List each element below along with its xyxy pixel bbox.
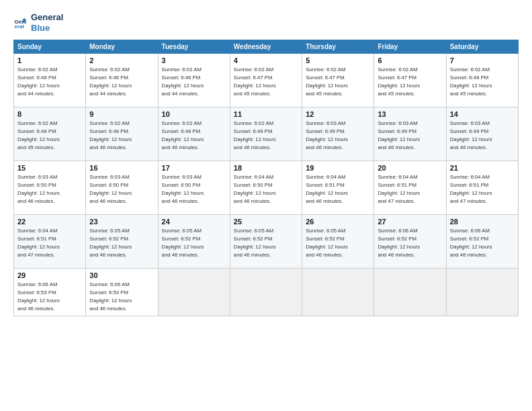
table-row: 18 Sunrise: 6:04 AMSunset: 6:50 PMDaylig… bbox=[230, 161, 302, 215]
logo-text-line2: Blue bbox=[31, 23, 63, 34]
table-row: 19 Sunrise: 6:04 AMSunset: 6:51 PMDaylig… bbox=[302, 161, 374, 215]
day-detail: Sunrise: 6:03 AMSunset: 6:49 PMDaylight:… bbox=[378, 120, 420, 150]
day-detail: Sunrise: 6:05 AMSunset: 6:52 PMDaylight:… bbox=[306, 228, 348, 258]
day-detail: Sunrise: 6:03 AMSunset: 6:50 PMDaylight:… bbox=[162, 174, 204, 204]
day-detail: Sunrise: 6:04 AMSunset: 6:51 PMDaylight:… bbox=[306, 174, 348, 204]
day-detail: Sunrise: 6:04 AMSunset: 6:51 PMDaylight:… bbox=[378, 174, 420, 204]
day-detail: Sunrise: 6:06 AMSunset: 6:52 PMDaylight:… bbox=[378, 228, 420, 258]
table-row: 28 Sunrise: 6:06 AMSunset: 6:52 PMDaylig… bbox=[446, 215, 518, 269]
day-number: 23 bbox=[89, 218, 154, 226]
table-row: 1 Sunrise: 6:02 AMSunset: 6:46 PMDayligh… bbox=[14, 54, 86, 107]
table-row: 15 Sunrise: 6:03 AMSunset: 6:50 PMDaylig… bbox=[14, 161, 86, 215]
table-row: 20 Sunrise: 6:04 AMSunset: 6:51 PMDaylig… bbox=[374, 161, 446, 215]
day-detail: Sunrise: 6:02 AMSunset: 6:47 PMDaylight:… bbox=[378, 66, 420, 97]
day-number: 30 bbox=[89, 271, 154, 279]
logo-text-line1: General bbox=[31, 12, 63, 23]
table-row: 24 Sunrise: 6:05 AMSunset: 6:52 PMDaylig… bbox=[158, 215, 230, 269]
logo: Gen eral General Blue bbox=[13, 12, 63, 33]
day-detail: Sunrise: 6:02 AMSunset: 6:48 PMDaylight:… bbox=[162, 120, 204, 150]
day-number: 28 bbox=[450, 218, 515, 226]
table-row: 21 Sunrise: 6:04 AMSunset: 6:51 PMDaylig… bbox=[446, 161, 518, 215]
day-detail: Sunrise: 6:05 AMSunset: 6:52 PMDaylight:… bbox=[162, 228, 204, 258]
day-number: 29 bbox=[17, 271, 82, 279]
col-friday: Friday bbox=[374, 40, 446, 54]
day-number: 5 bbox=[306, 56, 370, 64]
svg-text:eral: eral bbox=[14, 24, 24, 30]
table-row: 26 Sunrise: 6:05 AMSunset: 6:52 PMDaylig… bbox=[302, 215, 374, 269]
table-row: 4 Sunrise: 6:02 AMSunset: 6:47 PMDayligh… bbox=[230, 54, 302, 107]
day-detail: Sunrise: 6:05 AMSunset: 6:52 PMDaylight:… bbox=[234, 228, 276, 258]
day-detail: Sunrise: 6:02 AMSunset: 6:46 PMDaylight:… bbox=[17, 66, 60, 97]
day-detail: Sunrise: 6:02 AMSunset: 6:46 PMDaylight:… bbox=[162, 66, 204, 97]
day-detail: Sunrise: 6:04 AMSunset: 6:51 PMDaylight:… bbox=[450, 174, 492, 204]
day-detail: Sunrise: 6:02 AMSunset: 6:46 PMDaylight:… bbox=[89, 66, 132, 97]
col-thursday: Thursday bbox=[302, 40, 374, 54]
table-row: 29 Sunrise: 6:06 AMSunset: 6:53 PMDaylig… bbox=[14, 269, 86, 316]
day-number: 3 bbox=[162, 56, 226, 64]
day-number: 17 bbox=[162, 164, 226, 172]
day-number: 15 bbox=[17, 164, 82, 172]
day-number: 13 bbox=[378, 110, 442, 118]
day-number: 12 bbox=[306, 110, 370, 118]
col-saturday: Saturday bbox=[446, 40, 518, 54]
day-number: 26 bbox=[306, 218, 370, 226]
table-row: 3 Sunrise: 6:02 AMSunset: 6:46 PMDayligh… bbox=[158, 54, 230, 107]
table-row: 27 Sunrise: 6:06 AMSunset: 6:52 PMDaylig… bbox=[374, 215, 446, 269]
day-detail: Sunrise: 6:06 AMSunset: 6:52 PMDaylight:… bbox=[450, 228, 492, 258]
day-number: 6 bbox=[378, 56, 442, 64]
calendar-header-row: Sunday Monday Tuesday Wednesday Thursday… bbox=[14, 40, 519, 54]
day-number: 22 bbox=[17, 218, 82, 226]
day-number: 18 bbox=[234, 164, 298, 172]
table-row: 22 Sunrise: 6:04 AMSunset: 6:51 PMDaylig… bbox=[14, 215, 86, 269]
day-detail: Sunrise: 6:03 AMSunset: 6:50 PMDaylight:… bbox=[17, 174, 60, 204]
table-row: 9 Sunrise: 6:02 AMSunset: 6:48 PMDayligh… bbox=[86, 107, 158, 161]
table-row: 16 Sunrise: 6:03 AMSunset: 6:50 PMDaylig… bbox=[86, 161, 158, 215]
col-tuesday: Tuesday bbox=[158, 40, 230, 54]
calendar-table: Sunday Monday Tuesday Wednesday Thursday… bbox=[13, 40, 519, 316]
table-row bbox=[374, 269, 446, 316]
col-sunday: Sunday bbox=[14, 40, 86, 54]
table-row: 11 Sunrise: 6:02 AMSunset: 6:49 PMDaylig… bbox=[230, 107, 302, 161]
table-row: 2 Sunrise: 6:02 AMSunset: 6:46 PMDayligh… bbox=[86, 54, 158, 107]
col-wednesday: Wednesday bbox=[230, 40, 302, 54]
day-number: 24 bbox=[162, 218, 226, 226]
table-row: 6 Sunrise: 6:02 AMSunset: 6:47 PMDayligh… bbox=[374, 54, 446, 107]
day-detail: Sunrise: 6:02 AMSunset: 6:48 PMDaylight:… bbox=[17, 120, 60, 150]
table-row bbox=[158, 269, 230, 316]
page-header: Gen eral General Blue bbox=[13, 12, 519, 33]
table-row: 12 Sunrise: 6:03 AMSunset: 6:49 PMDaylig… bbox=[302, 107, 374, 161]
col-monday: Monday bbox=[86, 40, 158, 54]
day-number: 11 bbox=[234, 110, 298, 118]
day-number: 25 bbox=[234, 218, 298, 226]
day-detail: Sunrise: 6:03 AMSunset: 6:50 PMDaylight:… bbox=[89, 174, 132, 204]
day-detail: Sunrise: 6:03 AMSunset: 6:49 PMDaylight:… bbox=[450, 120, 492, 150]
day-detail: Sunrise: 6:02 AMSunset: 6:47 PMDaylight:… bbox=[306, 66, 348, 97]
table-row: 13 Sunrise: 6:03 AMSunset: 6:49 PMDaylig… bbox=[374, 107, 446, 161]
table-row: 5 Sunrise: 6:02 AMSunset: 6:47 PMDayligh… bbox=[302, 54, 374, 107]
day-detail: Sunrise: 6:02 AMSunset: 6:47 PMDaylight:… bbox=[234, 66, 276, 97]
day-detail: Sunrise: 6:02 AMSunset: 6:48 PMDaylight:… bbox=[89, 120, 132, 150]
table-row: 14 Sunrise: 6:03 AMSunset: 6:49 PMDaylig… bbox=[446, 107, 518, 161]
day-detail: Sunrise: 6:02 AMSunset: 6:48 PMDaylight:… bbox=[450, 66, 492, 97]
table-row: 25 Sunrise: 6:05 AMSunset: 6:52 PMDaylig… bbox=[230, 215, 302, 269]
day-number: 10 bbox=[162, 110, 226, 118]
table-row bbox=[446, 269, 518, 316]
day-detail: Sunrise: 6:06 AMSunset: 6:53 PMDaylight:… bbox=[89, 281, 132, 312]
day-detail: Sunrise: 6:03 AMSunset: 6:49 PMDaylight:… bbox=[306, 120, 348, 150]
day-detail: Sunrise: 6:05 AMSunset: 6:52 PMDaylight:… bbox=[89, 228, 132, 258]
day-number: 16 bbox=[89, 164, 154, 172]
day-number: 9 bbox=[89, 110, 154, 118]
table-row bbox=[302, 269, 374, 316]
day-number: 2 bbox=[89, 56, 154, 64]
logo-icon: Gen eral bbox=[13, 15, 28, 30]
day-number: 8 bbox=[17, 110, 82, 118]
table-row: 17 Sunrise: 6:03 AMSunset: 6:50 PMDaylig… bbox=[158, 161, 230, 215]
day-detail: Sunrise: 6:04 AMSunset: 6:51 PMDaylight:… bbox=[17, 228, 60, 258]
table-row: 8 Sunrise: 6:02 AMSunset: 6:48 PMDayligh… bbox=[14, 107, 86, 161]
table-row: 23 Sunrise: 6:05 AMSunset: 6:52 PMDaylig… bbox=[86, 215, 158, 269]
day-detail: Sunrise: 6:06 AMSunset: 6:53 PMDaylight:… bbox=[17, 281, 60, 312]
day-number: 27 bbox=[378, 218, 442, 226]
day-number: 21 bbox=[450, 164, 515, 172]
day-number: 14 bbox=[450, 110, 515, 118]
calendar-page: Gen eral General Blue Sunday Monday Tues… bbox=[0, 0, 532, 411]
